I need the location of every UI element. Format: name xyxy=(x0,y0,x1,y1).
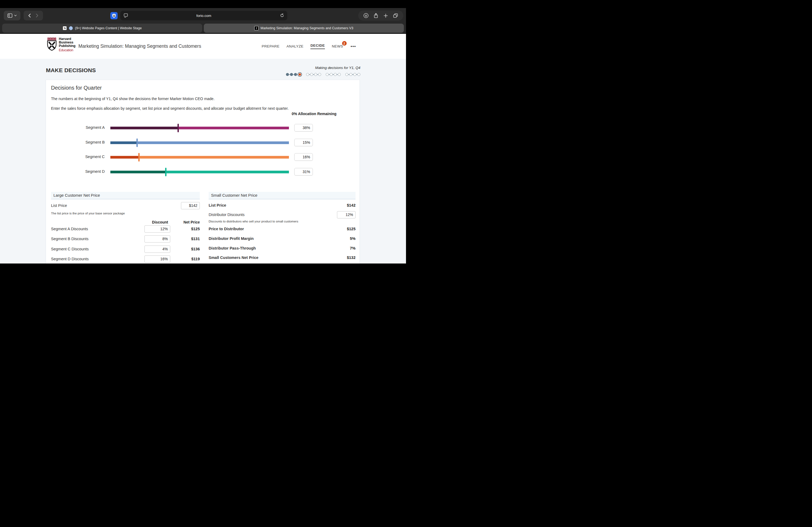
simulation-favicon: / xyxy=(254,26,259,30)
tab-marketing-simulation[interactable]: / Marketing Simulation: Managing Segment… xyxy=(204,24,404,33)
large-customer-section: Large Customer Net Price List Price $142… xyxy=(51,192,200,199)
progress-dot-group xyxy=(326,73,341,76)
allocation-value-input[interactable]: 15% xyxy=(294,139,313,146)
list-price-label: List Price xyxy=(51,202,67,209)
segment-discount-label: Segment C Discounts xyxy=(51,245,89,253)
slider-handle[interactable] xyxy=(136,138,138,147)
small-table-value: 7% xyxy=(350,245,356,252)
allocation-slider-track[interactable] xyxy=(110,141,289,144)
more-menu-button[interactable]: ••• xyxy=(351,44,356,48)
browser-toolbar: forio.com xyxy=(0,8,406,23)
small-table-value: $142 xyxy=(347,202,356,209)
reload-button[interactable] xyxy=(280,13,284,18)
discount-input[interactable]: 8% xyxy=(144,235,170,243)
distributor-discount-input[interactable]: 12% xyxy=(337,211,356,219)
allocation-slider-track[interactable] xyxy=(110,156,289,159)
progress-dot-group xyxy=(345,73,360,76)
allocation-value-input[interactable]: 31% xyxy=(294,168,313,176)
hbp-shield-icon xyxy=(47,37,57,54)
tab-bar: N (9+) Website Pages Content | Website S… xyxy=(0,23,406,33)
hbp-logo[interactable]: Harvard Business Publishing Education xyxy=(47,37,75,54)
page-content: MAKE DECISIONS Making decisions for Y1, … xyxy=(0,59,406,264)
news-badge: 2 xyxy=(342,41,347,46)
progress-dot-current xyxy=(298,73,302,76)
large-customer-header: Large Customer Net Price xyxy=(51,192,200,199)
progress-dot-done xyxy=(290,73,293,76)
new-tab-button[interactable] xyxy=(383,13,388,18)
small-table-label: Distributor Discounts xyxy=(209,211,245,219)
address-bar[interactable]: forio.com xyxy=(120,11,287,20)
progress-dot-done xyxy=(294,73,297,76)
slider-row: Segment B15% xyxy=(46,139,360,147)
nav-news[interactable]: NEWS 2 xyxy=(332,44,343,48)
logo-line-education: Education xyxy=(59,48,75,52)
nav-decide[interactable]: DECIDE xyxy=(310,44,325,49)
progress-dot-group xyxy=(306,73,321,76)
slider-row: Segment A38% xyxy=(46,124,360,132)
sidebar-icon xyxy=(8,13,12,18)
notion-icon: N xyxy=(62,26,67,30)
allocation-slider-track[interactable] xyxy=(110,171,289,174)
slider-handle[interactable] xyxy=(177,124,179,132)
card-paragraph-1: The numbers at the beginning of Y1, Q4 s… xyxy=(51,96,215,101)
slider-handle[interactable] xyxy=(165,168,166,176)
net-price-value: $131 xyxy=(191,235,200,243)
progress-caption: Making decisions for Y1, Q4 xyxy=(315,66,360,70)
nav-news-label: NEWS xyxy=(332,44,343,48)
share-button[interactable] xyxy=(374,13,378,18)
tab-website-pages[interactable]: N (9+) Website Pages Content | Website S… xyxy=(2,24,202,33)
url-text[interactable]: forio.com xyxy=(120,14,287,18)
progress-dot-todo xyxy=(326,73,329,76)
slider-label: Segment A xyxy=(46,125,105,130)
allocation-value-input[interactable]: 38% xyxy=(294,124,313,132)
slider-label: Segment D xyxy=(46,169,105,174)
progress-dot-group xyxy=(286,73,302,76)
tab-title: Marketing Simulation: Managing Segments … xyxy=(260,26,353,30)
allocation-value-input[interactable]: 16% xyxy=(294,153,313,161)
slider-fill xyxy=(110,127,178,129)
small-table-label: Distributor Pass-Through xyxy=(209,245,256,252)
tab-title: (9+) Website Pages Content | Website Sta… xyxy=(75,26,142,30)
progress-dot-todo xyxy=(306,73,309,76)
site-header: Harvard Business Publishing Education Ma… xyxy=(0,34,406,59)
list-price-note: The list price is the price of your base… xyxy=(51,212,125,215)
small-customer-section: Small Customer Net Price List Price$142D… xyxy=(209,192,356,199)
discount-input[interactable]: 12% xyxy=(144,225,170,232)
slider-fill xyxy=(110,156,139,159)
globe-icon xyxy=(69,26,73,30)
progress-dot-todo xyxy=(349,73,352,76)
small-table-value: $132 xyxy=(347,254,356,261)
small-table-label: Distributor Profit Margin xyxy=(209,235,254,242)
progress-dot-todo xyxy=(314,73,317,76)
forward-button[interactable] xyxy=(36,13,39,18)
small-table-label: Small Customers Net Price xyxy=(209,254,258,261)
simulation-title: Marketing Simulation: Managing Segments … xyxy=(78,34,201,59)
tab-overview-button[interactable] xyxy=(393,13,398,18)
slider-row: Segment D31% xyxy=(46,168,360,176)
slider-label: Segment B xyxy=(46,140,105,144)
main-nav: PREPARE ANALYZE DECIDE NEWS 2 ••• xyxy=(262,34,356,59)
net-price-value: $119 xyxy=(191,255,200,263)
slider-label: Segment C xyxy=(46,154,105,159)
progress-dot-todo xyxy=(318,73,321,76)
distributor-discount-note: Discounts to distributors who sell your … xyxy=(209,220,298,223)
discount-input[interactable]: 4% xyxy=(144,245,170,253)
toolbar-right-actions xyxy=(358,11,403,21)
sidebar-toggle-button[interactable] xyxy=(4,11,20,20)
page-settings-icon[interactable] xyxy=(124,13,128,18)
card-title: Decisions for Quarter xyxy=(51,85,102,91)
extension-button[interactable] xyxy=(108,11,119,20)
nav-analyze[interactable]: ANALYZE xyxy=(287,44,303,48)
small-table-value: $125 xyxy=(347,225,356,232)
list-price-input[interactable]: $142 xyxy=(181,202,200,209)
slider-handle[interactable] xyxy=(138,153,140,162)
net-price-value: $136 xyxy=(191,245,200,253)
logo-line: Publishing xyxy=(59,44,75,48)
back-button[interactable] xyxy=(28,13,31,18)
discount-input[interactable]: 16% xyxy=(144,255,170,263)
downloads-button[interactable] xyxy=(363,13,369,18)
progress-dot-todo xyxy=(330,73,333,76)
allocation-slider-track[interactable] xyxy=(110,127,289,129)
progress-dot-todo xyxy=(353,73,356,76)
nav-prepare[interactable]: PREPARE xyxy=(262,44,279,48)
